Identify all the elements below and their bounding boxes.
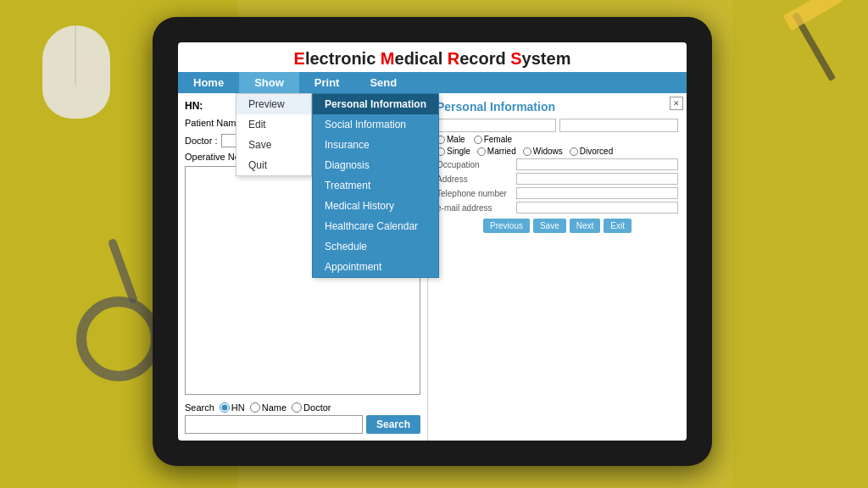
email-input[interactable] <box>516 202 678 214</box>
panel-title: Personal Information <box>437 100 678 114</box>
telephone-label: Telephone number <box>437 189 513 198</box>
search-input[interactable] <box>185 415 363 434</box>
menu-item-home[interactable]: Home <box>178 72 239 93</box>
search-button[interactable]: Search <box>366 415 420 434</box>
main-content: HN: Patient Name : Doctor : Operative No… <box>178 93 687 441</box>
first-name-input[interactable] <box>437 119 556 132</box>
gender-male[interactable]: Male <box>437 135 465 144</box>
occupation-label: Occupation <box>437 160 513 169</box>
submenu-item-schedule[interactable]: Schedule <box>313 236 438 257</box>
panel-close-button[interactable]: ✕ <box>670 97 683 110</box>
status-married[interactable]: Married <box>477 147 516 156</box>
search-label: Search <box>185 402 214 413</box>
search-option-name[interactable]: Name <box>250 402 287 413</box>
dropdown-item-preview[interactable]: Preview <box>236 94 311 114</box>
address-input[interactable] <box>516 173 678 185</box>
occupation-input[interactable] <box>516 158 678 170</box>
tablet-screen: Electronic Medical Record System Home Sh… <box>178 42 687 441</box>
address-label: Address <box>437 175 513 184</box>
telephone-row: Telephone number <box>437 187 678 199</box>
email-row: e-mail address <box>437 202 678 214</box>
search-option-doctor[interactable]: Doctor <box>292 402 331 413</box>
last-name-input[interactable] <box>559 119 679 132</box>
telephone-input[interactable] <box>516 187 678 199</box>
status-divorced[interactable]: Divorced <box>570 147 613 156</box>
submenu-item-healthcare-calendar[interactable]: Healthcare Calendar <box>313 216 438 236</box>
app-title: Electronic Medical Record System <box>178 42 687 72</box>
doctor-label: Doctor : <box>185 136 218 146</box>
menu-bar: Home Show Print Send <box>178 72 687 93</box>
previous-button[interactable]: Previous <box>483 219 530 233</box>
submenu-item-personal[interactable]: Personal Information <box>313 94 438 114</box>
submenu-item-medical-history[interactable]: Medical History <box>313 196 438 216</box>
search-option-hn[interactable]: HN <box>220 402 245 413</box>
submenu-item-appointment[interactable]: Appointment <box>313 257 438 277</box>
submenu: Personal Information Social Information … <box>312 93 439 278</box>
save-button[interactable]: Save <box>533 219 566 233</box>
status-widows[interactable]: Widows <box>523 147 563 156</box>
search-options-row: Search HN Name Doctor <box>185 402 420 413</box>
status-single[interactable]: Single <box>437 147 470 156</box>
status-row: Single Married Widows Divorced <box>437 147 678 156</box>
email-label: e-mail address <box>437 203 513 213</box>
gender-female[interactable]: Female <box>474 135 512 144</box>
submenu-item-social[interactable]: Social Information <box>313 114 438 135</box>
panel-actions: Previous Save Next Exit <box>437 219 678 233</box>
submenu-item-treatment[interactable]: Treatment <box>313 175 438 196</box>
submenu-item-insurance[interactable]: Insurance <box>313 135 438 155</box>
dropdown-item-save[interactable]: Save <box>236 135 311 155</box>
occupation-row: Occupation <box>437 158 678 170</box>
search-section: Search HN Name Doctor <box>185 402 420 434</box>
next-button[interactable]: Next <box>570 219 601 233</box>
menu-item-print[interactable]: Print <box>299 72 355 93</box>
submenu-item-diagnosis[interactable]: Diagnosis <box>313 155 438 175</box>
show-dropdown: Preview Edit Save Quit <box>236 93 312 176</box>
tablet-frame: Electronic Medical Record System Home Sh… <box>153 17 712 466</box>
dropdown-item-edit[interactable]: Edit <box>236 114 311 135</box>
search-input-row: Search <box>185 415 420 434</box>
exit-button[interactable]: Exit <box>604 219 632 233</box>
menu-item-show[interactable]: Show <box>239 72 299 93</box>
dropdown-item-quit[interactable]: Quit <box>236 155 311 175</box>
right-panel: ✕ Personal Information Male Female <box>428 93 687 441</box>
hn-label: HN: <box>185 100 203 112</box>
address-row: Address <box>437 173 678 185</box>
name-fields <box>437 119 678 132</box>
gender-row: Male Female <box>437 135 678 144</box>
menu-item-send[interactable]: Send <box>354 72 412 93</box>
